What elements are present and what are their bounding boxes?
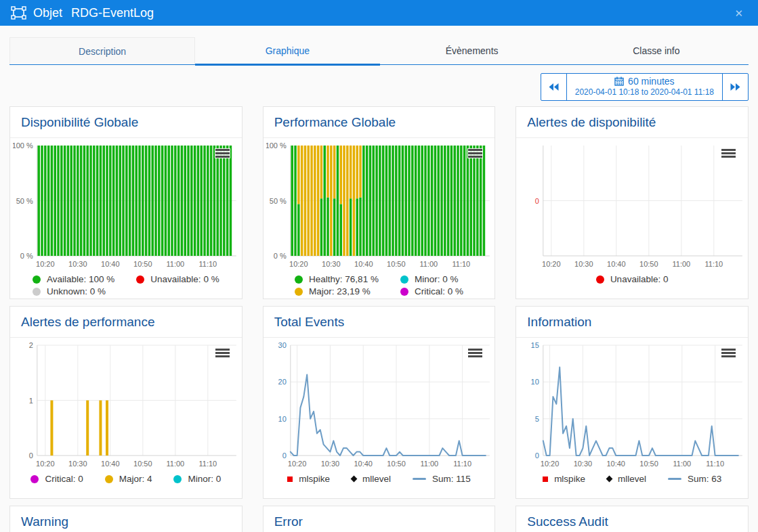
legend-circle-marker [400,275,408,284]
svg-text:100 %: 100 % [266,141,287,150]
legend-label: Critical: 0 [45,474,83,484]
svg-text:10:30: 10:30 [574,260,593,268]
svg-text:2: 2 [29,341,33,349]
chart-legend: mlspikemllevelSum: 63 [519,470,745,484]
svg-text:11:10: 11:10 [198,460,217,468]
legend-label: Sum: 63 [688,474,721,484]
tab-evenements[interactable]: Évènements [380,37,564,64]
legend-item: Critical: 0 % [400,286,463,296]
dialog-header: Objet RDG-EventLog ✕ [0,0,758,26]
svg-text:0: 0 [535,197,539,205]
svg-text:20: 20 [278,378,286,386]
legend-square-marker [543,476,548,482]
svg-text:10:30: 10:30 [68,260,87,268]
panel-title: Disponibilité Globale [10,107,242,138]
svg-text:10:50: 10:50 [387,460,406,468]
chart-panel: Warning [9,506,243,532]
svg-text:11:00: 11:00 [419,260,438,268]
legend-circle-marker [105,475,113,483]
chart-panel: Performance Globale 100 %50 %0 %10:2010:… [263,106,496,299]
previous-period-button[interactable] [541,74,567,100]
legend-label: mllevel [362,474,391,484]
tab-classe-info[interactable]: Classe info [564,37,749,64]
svg-text:10:20: 10:20 [36,260,55,268]
legend-label: Unavailable: 0 % [150,274,219,284]
svg-text:11:10: 11:10 [452,260,470,268]
svg-text:10:40: 10:40 [607,260,626,268]
chart-canvas: 100 %50 %0 %10:2010:3010:4010:5011:0011:… [13,141,239,271]
legend-item: Critical: 0 [30,474,83,484]
legend-label: mlspike [299,474,330,484]
chart-panel: Success Audit [515,506,749,532]
time-range-display[interactable]: 60 minutes 2020-04-01 10:18 to 2020-04-0… [567,74,722,100]
svg-text:10:40: 10:40 [354,460,373,468]
legend-circle-marker [33,288,41,296]
hamburger-menu-icon[interactable] [215,149,230,159]
legend-item: Unavailable: 0 [596,274,669,284]
svg-text:10:40: 10:40 [101,260,120,268]
tab-graphique[interactable]: Graphique [195,37,379,64]
svg-text:11:00: 11:00 [673,460,692,468]
hamburger-menu-icon[interactable] [721,349,736,359]
legend-circle-marker [295,288,303,296]
legend-label: Healthy: 76,81 % [309,274,379,284]
legend-label: Minor: 0 % [415,274,459,284]
charts-grid: Disponibilité Globale 100 %50 %0 %10:201… [9,106,749,532]
panel-title: Information [516,307,748,338]
time-range-label: 60 minutes [628,76,674,87]
svg-text:15: 15 [531,341,539,349]
chart-panel: Alertes de disponibilité 010:2010:3010:4… [515,106,749,299]
chart-legend: Critical: 0Major: 4Minor: 0 [13,470,239,484]
close-icon[interactable]: ✕ [730,5,747,21]
hamburger-menu-icon[interactable] [215,349,230,359]
chart-area: 21010:2010:3010:4010:5011:0011:10 Critic… [10,338,242,484]
dialog-title-prefix: Objet [33,6,62,20]
svg-text:11:10: 11:10 [705,260,723,268]
svg-text:10:50: 10:50 [133,260,152,268]
svg-text:0: 0 [29,451,33,460]
legend-circle-marker [295,275,303,284]
chart-panel: Disponibilité Globale 100 %50 %0 %10:201… [9,106,243,299]
dialog-title-object: RDG-EventLog [71,6,154,20]
legend-item: Healthy: 76,81 % [295,274,379,284]
svg-text:10:50: 10:50 [133,460,152,468]
legend-line-marker [413,478,426,480]
panel-title: Error [264,506,495,532]
chart-canvas: 21010:2010:3010:4010:5011:0011:10 [13,340,239,470]
chart-area: 010:2010:3010:4010:5011:0011:10 Unavaila… [516,138,748,284]
legend-square-marker [287,476,293,482]
next-period-button[interactable] [722,74,748,100]
legend-item: Sum: 63 [668,474,721,484]
legend-label: mllevel [618,474,646,484]
chart-canvas: 100 %50 %0 %10:2010:3010:4010:5011:0011:… [266,141,492,271]
legend-label: Available: 100 % [47,274,114,284]
svg-text:11:10: 11:10 [198,260,217,268]
svg-text:0: 0 [282,451,286,460]
legend-label: mlspike [554,474,585,484]
svg-text:10:20: 10:20 [287,460,306,468]
svg-text:10:40: 10:40 [101,460,120,468]
svg-text:10:40: 10:40 [354,260,373,268]
panel-title: Success Audit [516,506,748,532]
legend-item: mllevel [607,474,646,484]
hamburger-menu-icon[interactable] [721,149,736,159]
calendar-icon [614,76,624,86]
legend-item: mlspike [287,474,330,484]
svg-text:50 %: 50 % [269,197,286,205]
panel-title: Total Events [264,307,495,338]
svg-text:10: 10 [531,378,539,386]
legend-item: mlspike [543,474,585,484]
svg-text:10:20: 10:20 [289,260,308,268]
legend-circle-marker [33,275,41,284]
tab-description[interactable]: Description [9,37,195,64]
hamburger-menu-icon[interactable] [468,349,482,359]
legend-circle-marker [400,288,408,296]
chart-panel: Error [263,506,496,532]
svg-text:10:30: 10:30 [322,260,341,268]
hamburger-menu-icon[interactable] [468,149,482,159]
svg-text:50 %: 50 % [16,197,33,205]
legend-label: Unknown: 0 % [47,286,106,296]
svg-text:10:30: 10:30 [320,460,339,468]
legend-circle-marker [136,275,144,284]
object-frame-icon [11,6,26,20]
